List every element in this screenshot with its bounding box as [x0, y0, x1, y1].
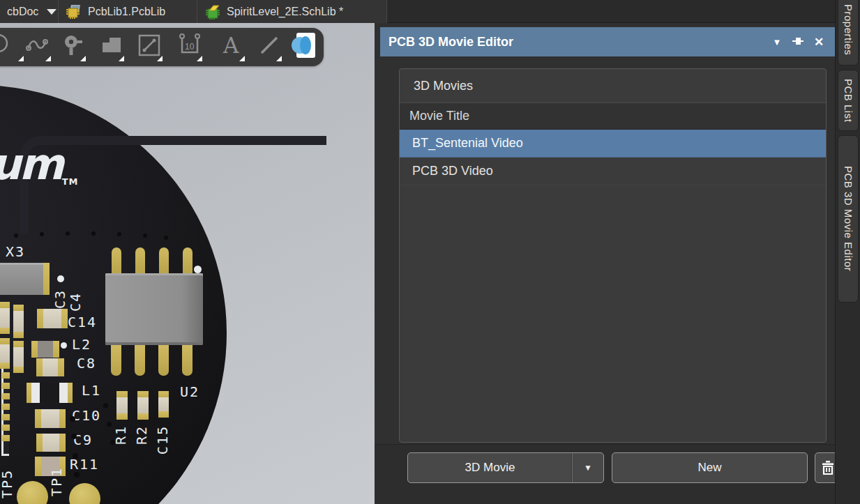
silkscreen-label: C14: [68, 315, 97, 329]
component-l1: [27, 383, 73, 403]
sch-lib-icon: [204, 4, 221, 20]
ic-body: [105, 273, 203, 345]
via-hole: [73, 453, 78, 459]
panel-header: PCB 3D Movie Editor ▼ ✕: [380, 27, 835, 56]
chevron-down-icon[interactable]: [47, 9, 56, 15]
silkscreen-label: C15: [156, 425, 169, 455]
silkscreen-label: L1: [82, 383, 101, 397]
silkscreen-label: C4: [68, 292, 82, 312]
silkscreen-label: C10: [72, 408, 101, 422]
delete-button[interactable]: [815, 452, 835, 483]
component-c8: [36, 358, 64, 376]
component-c14: [37, 309, 68, 328]
chevron-down-icon[interactable]: ▼: [573, 463, 603, 473]
new-button[interactable]: New: [612, 452, 808, 483]
via-tent: [194, 266, 202, 273]
silkscreen-label: U2: [180, 385, 199, 399]
ic-leg: [112, 247, 121, 275]
text-tool[interactable]: A: [218, 31, 246, 62]
panel-footer: 3D Movie ▼ New: [375, 444, 835, 504]
movie-list-section-header: 3D Movies: [400, 69, 826, 103]
pcb-lib-icon: [66, 4, 82, 20]
connector-pad: [2, 404, 10, 410]
tab-schlib[interactable]: SpiritLevel_2E.SchLib *: [197, 0, 387, 23]
tab-pcblib[interactable]: PcbLib1.PcbLib: [59, 0, 197, 23]
ic-leg: [111, 345, 121, 376]
chevron-down-icon[interactable]: ▼: [767, 37, 787, 47]
via-hole: [164, 236, 168, 240]
via-hole: [74, 472, 80, 478]
connector-pad: [2, 425, 10, 431]
ellipse-tool[interactable]: [291, 31, 319, 62]
via-hole: [14, 234, 18, 238]
line-tool[interactable]: [255, 31, 283, 62]
via-hole: [66, 231, 70, 236]
silkscreen-label: C8: [77, 356, 96, 370]
movie-list: 3D Movies Movie Title BT_Sentenial Video…: [399, 68, 827, 443]
component-pad: [43, 263, 50, 295]
tab-pcb-list[interactable]: PCB List: [838, 70, 859, 131]
panel-tab-strip: Properties PCB List PCB 3D Movie Editor: [835, 0, 860, 504]
silkscreen-label: L2: [72, 337, 91, 351]
ic-leg: [182, 345, 193, 376]
pcb-3d-viewport[interactable]: umTM X3 C3 C4: [0, 23, 375, 504]
document-tabbar: cbDoc PcbLib1.PcbLib SpiritLevel_2E.SchL…: [0, 0, 860, 23]
tab-pcblib-label: PcbLib1.PcbLib: [88, 6, 165, 18]
component-c15: [158, 391, 169, 418]
arc-tool[interactable]: [0, 31, 25, 62]
movie-type-button[interactable]: 3D Movie ▼: [407, 452, 604, 483]
close-icon[interactable]: ✕: [808, 35, 829, 49]
via-hole: [110, 440, 115, 445]
movie-row[interactable]: BT_Sentenial Video: [400, 130, 826, 158]
movie-row[interactable]: PCB 3D Video: [400, 158, 826, 185]
component-c10: [35, 409, 66, 428]
tab-properties[interactable]: Properties: [838, 0, 859, 66]
ic-leg: [135, 345, 145, 376]
silkscreen-label: TP5: [0, 469, 14, 498]
connector-pad: [2, 393, 10, 399]
via-hole: [71, 434, 77, 439]
measure-tool[interactable]: 10: [176, 31, 204, 62]
passive-component: [13, 305, 24, 338]
component-l2: [31, 341, 59, 358]
passive-component: [0, 302, 10, 334]
polygon-pour-tool[interactable]: [98, 31, 126, 62]
component-r1: [116, 391, 128, 420]
via-hole: [91, 231, 96, 236]
silkscreen-label: C3: [53, 289, 67, 309]
silkscreen-label: R11: [70, 457, 99, 471]
movie-title-column-header: Movie Title: [400, 103, 826, 130]
silkscreen-label: TP1: [50, 467, 63, 496]
via-tent: [57, 275, 64, 282]
route-tool[interactable]: [24, 31, 52, 62]
drawing-toolbar: 10 A: [0, 28, 324, 66]
via-hole: [70, 416, 75, 422]
measure-tool-label: 10: [185, 42, 194, 52]
connector-pad: [2, 435, 10, 441]
connector-pad: [2, 383, 10, 389]
via-hole: [103, 403, 108, 408]
component-x3: [0, 263, 49, 295]
silkscreen-label: X3: [6, 245, 25, 259]
via-hole: [107, 422, 112, 427]
passive-component: [13, 341, 24, 373]
pcb-3d-movie-editor-panel: PCB 3D Movie Editor ▼ ✕ 3D Movies Movie …: [375, 23, 835, 504]
tab-pcbdoc-label: cbDoc: [7, 6, 38, 18]
dimension-tool[interactable]: [136, 31, 164, 62]
component-c9: [36, 434, 66, 452]
via-hole: [117, 232, 121, 236]
component-r2: [137, 391, 149, 420]
connector-pad: [2, 372, 10, 379]
altium-designer-window: cbDoc PcbLib1.PcbLib SpiritLevel_2E.SchL…: [0, 0, 860, 504]
via-tool[interactable]: [59, 31, 87, 62]
ic-leg: [159, 247, 169, 275]
tab-pcb-3d-movie-editor[interactable]: PCB 3D Movie Editor: [838, 135, 859, 303]
via-tent: [61, 342, 67, 349]
via-hole: [40, 232, 44, 236]
ic-leg: [158, 345, 169, 376]
tab-pcbdoc[interactable]: cbDoc: [0, 0, 59, 23]
pin-icon[interactable]: [787, 36, 808, 48]
tab-schlib-label: SpiritLevel_2E.SchLib *: [227, 6, 343, 18]
ic-leg: [183, 247, 193, 275]
silkscreen-label: R2: [135, 425, 149, 445]
